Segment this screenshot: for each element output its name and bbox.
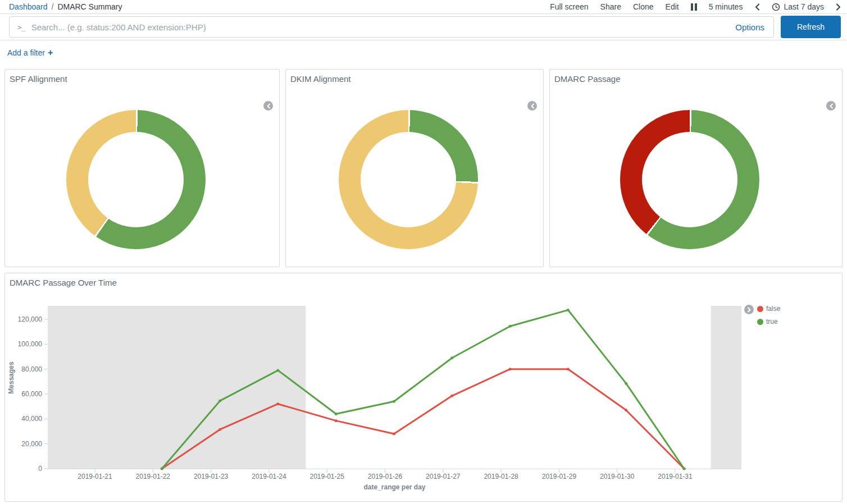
data-point-false[interactable] (509, 368, 512, 370)
edit-button[interactable]: Edit (666, 2, 679, 11)
chevron-right-icon (747, 307, 752, 313)
panel-title: DKIM Alignment (290, 74, 351, 84)
data-point-false[interactable] (625, 409, 627, 411)
breadcrumb: Dashboard / DMARC Summary (9, 2, 122, 11)
chart-legend: falsetrue (744, 305, 780, 326)
expand-legend-button[interactable] (744, 305, 754, 314)
dmarc-passage-donut-chart[interactable] (620, 110, 759, 249)
x-axis-tick-label: 2019-01-25 (310, 473, 345, 480)
y-axis-tick-label: 100,000 (18, 340, 43, 348)
y-axis-tick-label: 60,000 (21, 390, 42, 398)
console-prompt-icon: >_ (17, 23, 25, 31)
data-point-false[interactable] (218, 428, 221, 431)
chevron-left-icon (754, 3, 760, 11)
plus-icon: + (48, 48, 53, 58)
panel-dmarc-passage: DMARC Passage (549, 69, 843, 267)
dashboard-grid: SPF Allignment DKIM Alignment DMARC Pass… (0, 65, 847, 502)
data-point-true[interactable] (509, 325, 512, 328)
page-title: DMARC Summary (57, 2, 122, 11)
clock-icon (772, 3, 780, 11)
legend-label: true (766, 318, 778, 326)
collapse-legend-button[interactable] (527, 101, 537, 111)
data-point-true[interactable] (625, 382, 627, 385)
breadcrumb-separator: / (52, 2, 54, 11)
data-point-false[interactable] (450, 395, 453, 397)
search-box: >_ Options (9, 16, 774, 38)
x-axis-tick-label: 2019-01-24 (252, 473, 286, 480)
y-axis-tick-label: 120,000 (18, 315, 43, 323)
legend-label: false (766, 305, 780, 313)
refresh-interval-button[interactable]: 5 minutes (709, 2, 743, 11)
query-bar: >_ Options Refresh (0, 14, 847, 40)
x-axis-title: date_range per day (363, 483, 425, 491)
data-point-false[interactable] (393, 432, 395, 435)
time-forward-button[interactable] (836, 3, 841, 11)
panel-spf-alignment: SPF Allignment (4, 69, 280, 267)
full-screen-button[interactable]: Full screen (550, 2, 588, 11)
out-of-range-band (48, 306, 306, 469)
pause-refresh-button[interactable] (691, 3, 697, 11)
chevron-left-icon (530, 103, 535, 109)
y-axis-tick-label: 0 (38, 465, 42, 473)
data-point-false[interactable] (276, 402, 279, 405)
pause-icon (691, 3, 697, 11)
chevron-right-icon (836, 3, 841, 11)
x-axis-tick-label: 2019-01-29 (542, 473, 577, 480)
top-bar: Dashboard / DMARC Summary Full screen Sh… (0, 0, 847, 14)
breadcrumb-dashboard-link[interactable]: Dashboard (9, 2, 48, 11)
data-point-true[interactable] (567, 309, 570, 311)
panel-dkim-alignment: DKIM Alignment (285, 69, 544, 267)
legend-item-false[interactable]: false (757, 305, 780, 313)
refresh-button[interactable]: Refresh (781, 16, 841, 38)
x-axis-tick-label: 2019-01-30 (600, 473, 635, 480)
share-button[interactable]: Share (600, 2, 621, 11)
data-point-true[interactable] (450, 356, 453, 359)
data-point-true[interactable] (335, 413, 338, 415)
data-point-false[interactable] (567, 368, 570, 370)
collapse-legend-button[interactable] (263, 101, 273, 111)
dmarc-over-time-line-chart[interactable]: 2019-01-212019-01-222019-01-232019-01-24… (5, 273, 842, 500)
data-point-true[interactable] (218, 400, 221, 402)
x-axis-tick-label: 2019-01-27 (426, 473, 461, 480)
x-axis-tick-label: 2019-01-28 (484, 473, 518, 480)
y-axis-tick-label: 80,000 (21, 365, 42, 373)
data-point-false[interactable] (335, 419, 338, 422)
y-axis-tick-label: 20,000 (21, 440, 42, 448)
panel-dmarc-passage-over-time: 2019-01-212019-01-222019-01-232019-01-24… (4, 273, 843, 502)
data-point-true[interactable] (683, 468, 686, 470)
x-axis-tick-label: 2019-01-26 (368, 473, 403, 480)
add-filter-label: Add a filter (7, 48, 45, 57)
out-of-range-band (711, 306, 741, 469)
time-range-button[interactable]: Last 7 days (772, 2, 824, 11)
add-filter-link[interactable]: Add a filter + (7, 48, 53, 58)
query-options-link[interactable]: Options (735, 22, 766, 32)
panel-title: DMARC Passage Over Time (10, 278, 117, 287)
filter-bar: Add a filter + (0, 40, 847, 65)
chevron-left-icon (266, 103, 271, 109)
legend-dot-true (757, 319, 763, 325)
legend-item-true[interactable]: true (757, 318, 780, 326)
data-point-true[interactable] (276, 369, 279, 372)
x-axis-tick-label: 2019-01-23 (194, 473, 229, 480)
time-range-label: Last 7 days (784, 2, 824, 11)
spf-alignment-donut-chart[interactable] (66, 110, 206, 249)
collapse-legend-button[interactable] (826, 101, 836, 111)
legend-dot-false (757, 306, 763, 312)
dkim-alignment-donut-chart[interactable] (339, 110, 478, 249)
time-back-button[interactable] (754, 3, 760, 11)
panel-title: DMARC Passage (554, 74, 621, 84)
search-input[interactable] (31, 22, 730, 32)
data-point-true[interactable] (161, 468, 163, 470)
chevron-left-icon (829, 103, 834, 109)
y-axis-tick-label: 40,000 (21, 415, 42, 423)
data-point-true[interactable] (393, 400, 395, 403)
x-axis-tick-label: 2019-01-22 (136, 473, 171, 480)
x-axis-tick-label: 2019-01-21 (78, 473, 112, 480)
x-axis-tick-label: 2019-01-31 (658, 473, 693, 480)
clone-button[interactable]: Clone (633, 2, 654, 11)
top-menu: Full screen Share Clone Edit 5 minutes L… (550, 2, 841, 11)
y-axis-title: Messages (7, 361, 15, 394)
panel-title: SPF Allignment (10, 74, 67, 84)
